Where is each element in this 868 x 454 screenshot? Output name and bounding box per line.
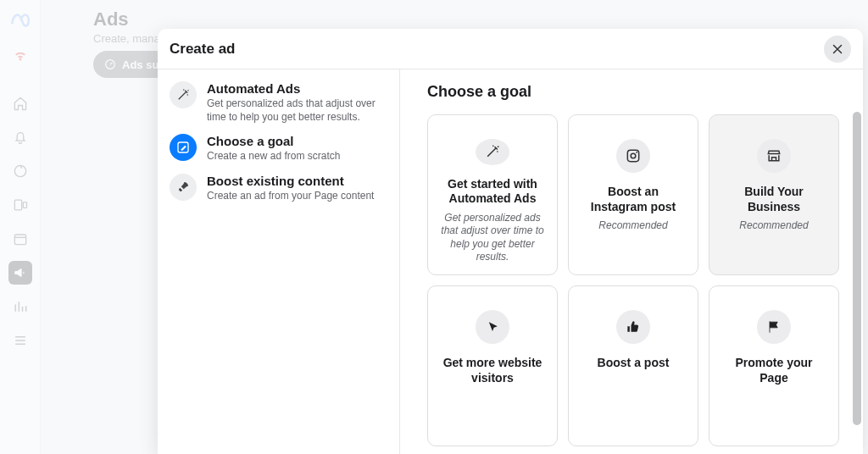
close-button[interactable] [824, 36, 851, 63]
wand-icon [170, 81, 197, 108]
modal-title: Create ad [170, 41, 235, 58]
option-boost-content[interactable]: Boost existing content Create an ad from… [166, 169, 391, 208]
option-label: Automated Ads [207, 81, 387, 96]
card-title: Get started with Automated Ads [438, 177, 547, 207]
flag-icon [757, 310, 791, 344]
option-list: Automated Ads Get personalized ads that … [158, 69, 400, 454]
option-desc: Get personalized ads that adjust over ti… [207, 97, 387, 124]
card-desc: Get personalized ads that adjust over ti… [438, 212, 547, 264]
svg-point-13 [631, 153, 636, 158]
edit-icon [170, 134, 197, 161]
goal-card-grid: Get started with Automated Ads Get perso… [427, 114, 839, 446]
modal-body: Automated Ads Get personalized ads that … [158, 69, 863, 454]
goal-card-automated-ads[interactable]: Get started with Automated Ads Get perso… [427, 114, 558, 275]
card-desc: Recommended [598, 219, 667, 233]
goal-card-promote-page[interactable]: Promote your Page [709, 285, 839, 446]
card-desc: Recommended [739, 219, 808, 233]
card-title: Boost an Instagram post [579, 185, 687, 214]
option-label: Boost existing content [207, 174, 374, 188]
create-ad-modal: Create ad Automated Ads Get personalized… [158, 29, 863, 454]
card-title: Get more website visitors [438, 356, 547, 385]
goal-card-build-business[interactable]: Build Your Business Recommended [709, 114, 839, 275]
svg-point-6 [183, 89, 185, 91]
option-desc: Create a new ad from scratch [207, 149, 340, 163]
rocket-icon [170, 174, 197, 201]
goal-card-instagram-post[interactable]: Boost an Instagram post Recommended [568, 114, 698, 275]
svg-point-11 [498, 147, 499, 148]
svg-point-9 [497, 151, 498, 152]
card-title: Build Your Business [720, 185, 828, 214]
card-title: Boost a post [598, 356, 670, 371]
svg-point-14 [636, 152, 637, 153]
instagram-icon [616, 139, 650, 173]
storefront-icon [757, 139, 791, 173]
cursor-icon [476, 310, 509, 344]
goal-panel: Choose a goal Get started with Automated… [400, 69, 863, 454]
thumbs-up-icon [616, 310, 650, 344]
svg-point-5 [187, 94, 189, 96]
option-choose-goal[interactable]: Choose a goal Create a new ad from scrat… [166, 129, 391, 168]
svg-point-10 [492, 146, 494, 147]
card-title: Promote your Page [720, 356, 828, 385]
scrollbar[interactable] [853, 112, 861, 425]
goal-card-website-visitors[interactable]: Get more website visitors [427, 285, 558, 446]
option-desc: Create an ad from your Page content [207, 189, 374, 202]
svg-point-7 [187, 90, 189, 91]
option-automated-ads[interactable]: Automated Ads Get personalized ads that … [166, 76, 391, 129]
modal-header: Create ad [158, 29, 863, 69]
goal-heading: Choose a goal [427, 83, 839, 101]
close-icon [830, 42, 845, 57]
goal-card-boost-post[interactable]: Boost a post [568, 285, 698, 446]
option-label: Choose a goal [207, 134, 340, 148]
wand-icon [476, 139, 509, 165]
